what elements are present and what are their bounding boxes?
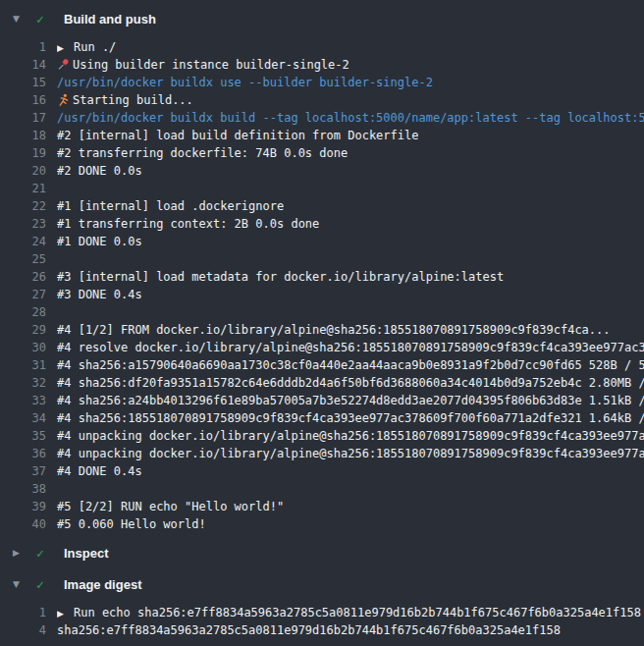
line-number[interactable]: 34 <box>0 409 46 427</box>
log-line: 32#4 sha256:df20fa9351a15782c64e6dddb2d4… <box>0 374 644 392</box>
line-number[interactable]: 29 <box>0 321 46 339</box>
log-text: #4 sha256:a24bb4013296f61e89ba57005a7b3e… <box>57 392 644 409</box>
log-line: 27#3 DONE 0.4s <box>0 286 644 303</box>
expand-arrow-icon[interactable]: ▶ <box>57 39 74 56</box>
log-line: 15/usr/bin/docker buildx use --builder b… <box>0 74 644 91</box>
line-number[interactable]: 14 <box>0 56 46 74</box>
line-number[interactable]: 27 <box>0 286 46 303</box>
chevron-down-icon[interactable]: ▼ <box>13 579 27 589</box>
line-number[interactable]: 40 <box>0 515 46 533</box>
log-line: 24#1 DONE 0.0s <box>0 233 644 250</box>
line-number[interactable]: 16 <box>0 91 46 109</box>
section-inspect: ▶ ✓ Inspect <box>0 540 644 565</box>
log-line: 1▶Run echo sha256:e7ff8834a5963a2785c5a0… <box>0 604 644 621</box>
section-title: Build and push <box>64 12 156 27</box>
log-text: #2 DONE 0.0s <box>57 162 142 180</box>
log-line: 14Using builder instance builder-single-… <box>0 56 644 74</box>
section-build-and-push: ▼ ✓ Build and push 1▶Run ./14Using build… <box>0 6 644 540</box>
log-text: #4 sha256:df20fa9351a15782c64e6dddb2d4a6… <box>57 374 644 392</box>
section-title: Image digest <box>64 577 141 592</box>
section-image-digest: ▼ ✓ Image digest 1▶Run echo sha256:e7ff8… <box>0 571 644 646</box>
log-line: 17/usr/bin/docker buildx build --tag loc… <box>0 109 644 127</box>
line-number[interactable]: 33 <box>0 392 46 409</box>
log-line: 25 <box>0 250 644 268</box>
pushpin-icon <box>57 56 73 74</box>
line-number[interactable]: 1 <box>0 38 46 56</box>
check-icon: ✓ <box>36 546 52 561</box>
log-line: 37#4 DONE 0.4s <box>0 462 644 480</box>
log-text: ▶Run ./ <box>57 38 116 56</box>
section-header-build-and-push[interactable]: ▼ ✓ Build and push <box>0 6 644 31</box>
chevron-right-icon[interactable]: ▶ <box>13 548 27 558</box>
line-number[interactable]: 35 <box>0 427 46 445</box>
line-number[interactable]: 30 <box>0 339 46 356</box>
line-number[interactable]: 23 <box>0 215 46 233</box>
log-text: sha256:e7ff8834a5963a2785c5a0811e979d16b… <box>57 621 561 639</box>
line-number[interactable]: 1 <box>0 604 46 621</box>
line-number[interactable]: 38 <box>0 480 46 498</box>
log-text: #5 [2/2] RUN echo "Hello world!" <box>57 498 284 515</box>
line-number[interactable]: 36 <box>0 445 46 462</box>
line-number[interactable]: 20 <box>0 162 46 180</box>
log-line: 33#4 sha256:a24bb4013296f61e89ba57005a7b… <box>0 392 644 409</box>
line-number[interactable]: 31 <box>0 356 46 374</box>
log-lines: 1▶Run echo sha256:e7ff8834a5963a2785c5a0… <box>0 597 644 646</box>
log-line: 29#4 [1/2] FROM docker.io/library/alpine… <box>0 321 644 339</box>
log-text: #1 [internal] load .dockerignore <box>57 197 284 215</box>
log-line: 4sha256:e7ff8834a5963a2785c5a0811e979d16… <box>0 621 644 639</box>
log-line: 1▶Run ./ <box>0 38 644 56</box>
section-header-image-digest[interactable]: ▼ ✓ Image digest <box>0 571 644 597</box>
line-number[interactable]: 37 <box>0 462 46 480</box>
log-line: 19#2 transferring dockerfile: 74B 0.0s d… <box>0 144 644 162</box>
log-text: #3 [internal] load metadata for docker.i… <box>57 268 504 286</box>
log-line: 34#4 sha256:185518070891758909c9f839cf4c… <box>0 409 644 427</box>
log-line: 31#4 sha256:a15790640a6690aa1730c38cf0a4… <box>0 356 644 374</box>
log-text: #4 sha256:a15790640a6690aa1730c38cf0a440… <box>57 356 644 374</box>
line-number[interactable]: 26 <box>0 268 46 286</box>
log-line: 20#2 DONE 0.0s <box>0 162 644 180</box>
workflow-log-viewer: ▼ ✓ Build and push 1▶Run ./14Using build… <box>0 0 644 646</box>
line-number[interactable]: 15 <box>0 74 46 91</box>
runner-icon <box>57 91 73 109</box>
check-icon: ✓ <box>36 12 52 27</box>
log-line: 16Starting build... <box>0 91 644 109</box>
chevron-down-icon[interactable]: ▼ <box>13 14 27 24</box>
log-line: 39#5 [2/2] RUN echo "Hello world!" <box>0 498 644 515</box>
log-line: 28 <box>0 303 644 321</box>
line-number[interactable]: 18 <box>0 127 46 144</box>
log-text: Starting build... <box>57 91 193 109</box>
line-number[interactable]: 19 <box>0 144 46 162</box>
expand-arrow-icon[interactable]: ▶ <box>57 605 74 621</box>
line-number[interactable]: 28 <box>0 303 46 321</box>
log-line: 26#3 [internal] load metadata for docker… <box>0 268 644 286</box>
log-text: Using builder instance builder-single-2 <box>57 56 349 74</box>
line-number[interactable]: 24 <box>0 233 46 250</box>
log-text: #4 [1/2] FROM docker.io/library/alpine@s… <box>57 321 611 339</box>
log-text: #4 sha256:185518070891758909c9f839cf4ca3… <box>57 409 644 427</box>
log-text: /usr/bin/docker buildx use --builder bui… <box>57 74 433 91</box>
log-line: 18#2 [internal] load build definition fr… <box>0 127 644 144</box>
log-text: #4 DONE 0.4s <box>57 462 142 480</box>
log-lines: 1▶Run ./14Using builder instance builder… <box>0 31 644 540</box>
log-text: #2 [internal] load build definition from… <box>57 127 418 144</box>
line-number[interactable]: 17 <box>0 109 46 127</box>
section-header-inspect[interactable]: ▶ ✓ Inspect <box>0 540 644 565</box>
line-number[interactable]: 21 <box>0 180 46 197</box>
log-text: #5 0.060 Hello world! <box>57 515 206 533</box>
log-line: 22#1 [internal] load .dockerignore <box>0 197 644 215</box>
line-number[interactable]: 22 <box>0 197 46 215</box>
log-text: /usr/bin/docker buildx build --tag local… <box>57 109 644 127</box>
log-line: 38 <box>0 480 644 498</box>
log-line: 36#4 unpacking docker.io/library/alpine@… <box>0 445 644 462</box>
line-number[interactable]: 39 <box>0 498 46 515</box>
line-number[interactable]: 4 <box>0 621 46 639</box>
log-text: #3 DONE 0.4s <box>57 286 142 303</box>
log-line: 40#5 0.060 Hello world! <box>0 515 644 533</box>
log-text: #1 DONE 0.0s <box>57 233 142 250</box>
log-line: 30#4 resolve docker.io/library/alpine@sh… <box>0 339 644 356</box>
line-number[interactable]: 32 <box>0 374 46 392</box>
line-number[interactable]: 25 <box>0 250 46 268</box>
log-line: 23#1 transferring context: 2B 0.0s done <box>0 215 644 233</box>
log-text: ▶Run echo sha256:e7ff8834a5963a2785c5a08… <box>57 604 641 621</box>
check-icon: ✓ <box>36 577 52 592</box>
